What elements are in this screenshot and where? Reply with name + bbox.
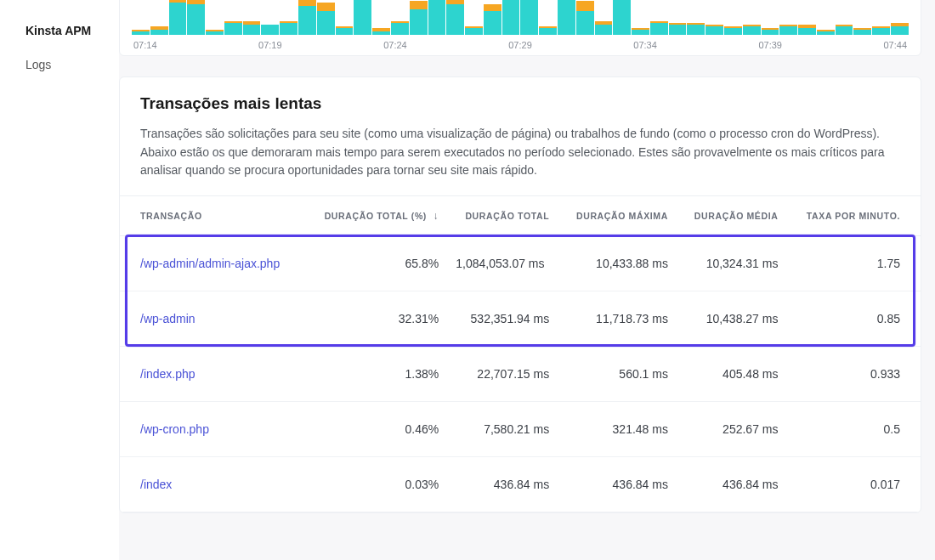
cell-duration-avg: 10,324.31 ms	[677, 236, 787, 291]
chart-bar	[372, 28, 390, 35]
chart-bar	[632, 28, 649, 35]
sort-descending-icon: ↓	[434, 210, 439, 222]
transactions-table: TRANSAÇÃO DURAÇÃO TOTAL (%) ↓ DURAÇÃO TO…	[120, 195, 921, 512]
chart-bar	[446, 0, 464, 35]
col-duration-avg[interactable]: DURAÇÃO MÉDIA	[677, 196, 787, 236]
table-row: /index.php1.38%22,707.15 ms560.1 ms405.4…	[120, 347, 921, 402]
cell-duration-total: 1,084,053.07 ms	[447, 236, 558, 291]
axis-tick: 07:39	[758, 40, 782, 50]
chart-bar	[762, 28, 779, 35]
cell-duration-avg: 405.48 ms	[677, 347, 787, 402]
transaction-link[interactable]: /wp-admin	[140, 312, 196, 325]
cell-duration-max: 436.84 ms	[558, 457, 677, 512]
chart-bar	[836, 25, 853, 35]
col-rate-per-min[interactable]: TAXA POR MINUTO.	[786, 196, 921, 236]
bar-chart	[132, 0, 909, 35]
chart-bar	[539, 26, 557, 35]
chart-bar	[743, 25, 761, 35]
chart-bar	[595, 21, 613, 35]
transaction-link[interactable]: /index	[140, 478, 172, 491]
chart-bar	[391, 21, 409, 35]
chart-bar	[150, 26, 168, 35]
chart-bar	[354, 0, 371, 35]
table-row: /wp-admin32.31%532,351.94 ms11,718.73 ms…	[120, 291, 921, 347]
chart-x-axis: 07:1407:1907:2407:2907:3407:3907:44	[132, 40, 909, 50]
cell-duration-total: 7,580.21 ms	[447, 402, 558, 457]
chart-bar	[891, 23, 909, 35]
chart-bar	[558, 0, 575, 35]
axis-tick: 07:44	[883, 40, 907, 50]
chart-bar	[280, 21, 298, 35]
chart-bar	[224, 21, 242, 35]
transactions-panel: Transações mais lentas Transações são so…	[119, 76, 921, 513]
sidebar-item-logs[interactable]: Logs	[0, 48, 119, 82]
cell-duration-max: 11,718.73 ms	[558, 291, 677, 347]
chart-bar	[132, 30, 150, 35]
sidebar-item-kinsta-apm[interactable]: Kinsta APM	[0, 14, 119, 48]
col-duration-max[interactable]: DURAÇÃO MÁXIMA	[558, 196, 677, 236]
cell-rate-per-min: 0.017	[786, 457, 921, 512]
table-row: /index0.03%436.84 ms436.84 ms436.84 ms0.…	[120, 457, 921, 512]
cell-duration-pct: 32.31%	[303, 291, 447, 347]
transaction-link[interactable]: /wp-cron.php	[140, 422, 209, 436]
cell-rate-per-min: 0.5	[786, 402, 921, 457]
chart-bar	[465, 26, 483, 35]
cell-duration-max: 560.1 ms	[558, 347, 677, 402]
chart-bar	[261, 25, 279, 35]
chart-bar	[484, 4, 502, 35]
table-wrapper: TRANSAÇÃO DURAÇÃO TOTAL (%) ↓ DURAÇÃO TO…	[120, 195, 921, 512]
chart-bar	[853, 28, 871, 35]
cell-rate-per-min: 0.933	[786, 347, 921, 402]
chart-card: 07:1407:1907:2407:2907:3407:3907:44	[119, 0, 921, 56]
col-duration-pct-label: DURAÇÃO TOTAL (%)	[325, 211, 427, 221]
cell-duration-max: 10,433.88 ms	[558, 236, 677, 291]
cell-duration-avg: 436.84 ms	[677, 457, 787, 512]
chart-bar	[336, 26, 354, 35]
chart-bar	[798, 25, 816, 35]
panel-header: Transações mais lentas Transações são so…	[120, 77, 921, 195]
chart-bar	[206, 30, 224, 35]
cell-rate-per-min: 1.75	[786, 236, 921, 291]
chart-bar	[428, 0, 446, 35]
col-transaction[interactable]: TRANSAÇÃO	[120, 196, 303, 236]
chart-bar	[613, 0, 631, 35]
chart-bar	[576, 1, 594, 35]
chart-bar	[520, 0, 538, 35]
axis-tick: 07:29	[508, 40, 532, 50]
cell-duration-max: 321.48 ms	[558, 402, 677, 457]
cell-duration-total: 436.84 ms	[447, 457, 558, 512]
axis-tick: 07:14	[133, 40, 157, 50]
chart-bar	[502, 0, 520, 35]
cell-duration-pct: 65.8%	[303, 236, 447, 291]
chart-bar	[650, 21, 668, 35]
chart-bar	[298, 0, 316, 35]
cell-duration-pct: 1.38%	[303, 347, 447, 402]
chart-bar	[410, 1, 428, 35]
cell-duration-pct: 0.46%	[303, 402, 447, 457]
chart-bar	[169, 0, 187, 35]
chart-bar	[669, 23, 687, 35]
cell-rate-per-min: 0.85	[786, 291, 921, 347]
cell-duration-total: 22,707.15 ms	[447, 347, 558, 402]
panel-title: Transações mais lentas	[140, 94, 900, 113]
cell-duration-avg: 10,438.27 ms	[677, 291, 787, 347]
chart-bar	[724, 26, 742, 35]
panel-description: Transações são solicitações para seu sit…	[140, 125, 900, 180]
cell-duration-avg: 252.67 ms	[677, 402, 787, 457]
cell-duration-total: 532,351.94 ms	[447, 291, 558, 347]
chart-bar	[187, 0, 205, 35]
chart-bar	[687, 23, 705, 35]
chart-bar	[243, 21, 261, 35]
chart-bar	[706, 25, 723, 35]
col-duration-pct[interactable]: DURAÇÃO TOTAL (%) ↓	[303, 196, 447, 236]
table-row: /wp-cron.php0.46%7,580.21 ms321.48 ms252…	[120, 402, 921, 457]
chart-bar	[872, 26, 890, 35]
axis-tick: 07:19	[258, 40, 282, 50]
sidebar: Kinsta APM Logs	[0, 0, 119, 560]
col-duration-total[interactable]: DURAÇÃO TOTAL	[447, 196, 558, 236]
transaction-link[interactable]: /wp-admin/admin-ajax.php	[140, 257, 280, 270]
cell-duration-pct: 0.03%	[303, 457, 447, 512]
axis-tick: 07:24	[383, 40, 407, 50]
transaction-link[interactable]: /index.php	[140, 367, 196, 381]
chart-bar	[779, 25, 797, 35]
